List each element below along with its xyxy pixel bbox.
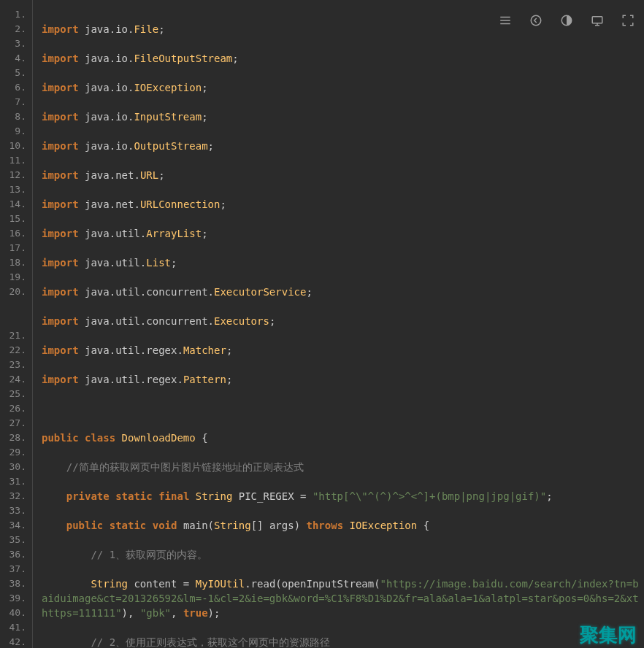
line-number: 38.: [0, 576, 32, 591]
code-line: import java.io.InputStream;: [42, 109, 644, 124]
code-line: // 1、获取网页的内容。: [42, 547, 644, 562]
line-number: 35.: [0, 533, 32, 547]
line-number: 24.: [0, 372, 32, 387]
editor-root: 1. 2. 3. 4. 5. 6. 7. 8. 9. 10. 11. 12. 1…: [0, 0, 644, 648]
code-line: import java.net.URLConnection;: [42, 197, 644, 212]
code-line: import java.util.regex.Matcher;: [42, 343, 644, 358]
line-number: 34.: [0, 518, 32, 533]
contrast-icon[interactable]: [556, 10, 577, 31]
toolbar: [495, 10, 638, 31]
line-number: 18.: [0, 255, 32, 270]
line-number: 10.: [0, 139, 32, 153]
line-number: 14.: [0, 197, 32, 212]
line-number: 19.: [0, 270, 32, 285]
line-number: 30.: [0, 460, 32, 474]
line-number: 25.: [0, 387, 32, 401]
fullscreen-icon[interactable]: [618, 10, 638, 31]
line-number: 7.: [0, 95, 32, 109]
line-number: 9.: [0, 124, 32, 139]
line-number: 39.: [0, 591, 32, 606]
line-number: 41.: [0, 620, 32, 635]
code-line: import java.io.IOException;: [42, 80, 644, 95]
line-number: 21.: [0, 328, 32, 343]
line-number: 29.: [0, 445, 32, 460]
code-line: // 2、使用正则表达式，获取这个网页中的资源路径: [42, 635, 644, 648]
line-number: 3.: [0, 36, 32, 51]
line-number: 20.: [0, 285, 32, 299]
code-area[interactable]: import java.io.File; import java.io.File…: [33, 0, 644, 648]
line-number: 23.: [0, 358, 32, 372]
line-gutter: 1. 2. 3. 4. 5. 6. 7. 8. 9. 10. 11. 12. 1…: [0, 0, 33, 648]
code-line: import java.io.FileOutputStream;: [42, 51, 644, 66]
line-number: 31.: [0, 474, 32, 489]
list-icon[interactable]: [495, 10, 515, 31]
line-number: 33.: [0, 504, 32, 518]
line-number: 5.: [0, 66, 32, 80]
code-line: import java.net.URL;: [42, 168, 644, 182]
code-line: import java.util.List;: [42, 255, 644, 270]
code-line: String content = MyIOUtil.read(openInput…: [42, 576, 644, 620]
line-number: 32.: [0, 489, 32, 504]
line-number: 22.: [0, 343, 32, 358]
line-number: 2.: [0, 22, 32, 36]
line-number: 8.: [0, 109, 32, 124]
svg-point-0: [531, 15, 541, 26]
code-line: [42, 401, 644, 416]
screen-icon[interactable]: [587, 10, 607, 31]
code-line: //简单的获取网页中图片图片链接地址的正则表达式: [42, 460, 644, 474]
line-number: 1.: [0, 7, 32, 22]
code-line: import java.util.regex.Pattern;: [42, 372, 644, 387]
line-number: 12.: [0, 168, 32, 182]
line-number: 17.: [0, 241, 32, 255]
watermark: 聚集网: [580, 622, 637, 648]
line-number: 28.: [0, 431, 32, 445]
code-line: import java.util.concurrent.Executors;: [42, 314, 644, 328]
line-number: 4.: [0, 51, 32, 66]
line-number: 42.: [0, 635, 32, 648]
line-number: 13.: [0, 182, 32, 197]
line-number: 15.: [0, 212, 32, 226]
line-number: 26.: [0, 401, 32, 416]
line-number: 11.: [0, 153, 32, 168]
code-line: import java.util.concurrent.ExecutorServ…: [42, 285, 644, 299]
line-number: 36.: [0, 547, 32, 562]
back-icon[interactable]: [526, 10, 546, 31]
code-line: public class DownloadDemo {: [42, 431, 644, 445]
svg-rect-2: [592, 17, 602, 23]
code-line: import java.util.ArrayList;: [42, 226, 644, 241]
line-number: 40.: [0, 606, 32, 620]
line-number: 37.: [0, 562, 32, 576]
line-number: 27.: [0, 416, 32, 431]
code-line: import java.io.OutputStream;: [42, 139, 644, 153]
code-line: public static void main(String[] args) t…: [42, 518, 644, 533]
line-number: 6.: [0, 80, 32, 95]
code-line: private static final String PIC_REGEX = …: [42, 489, 644, 504]
line-number: 16.: [0, 226, 32, 241]
